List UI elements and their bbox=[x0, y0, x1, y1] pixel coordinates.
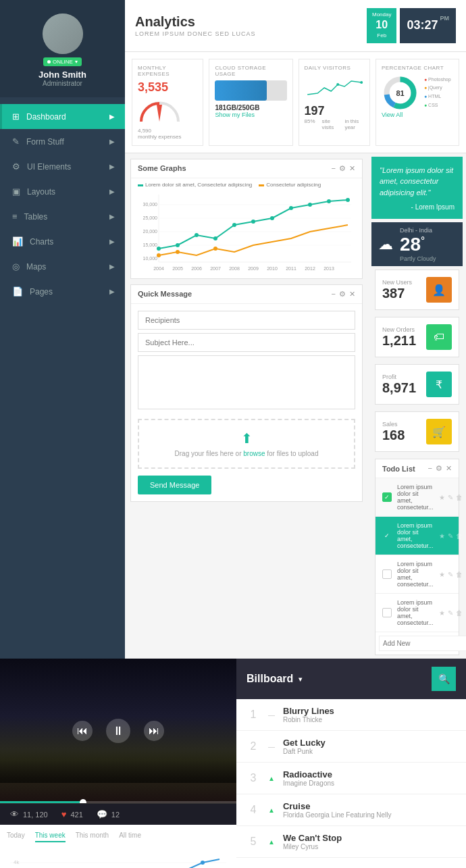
edit-icon-3[interactable]: ✎ bbox=[448, 571, 453, 578]
track-num-5: 5 bbox=[247, 836, 260, 848]
msg-close-icon[interactable]: ✕ bbox=[349, 290, 355, 299]
track-trend-1: — bbox=[268, 711, 275, 719]
delete-icon[interactable]: 🗑 bbox=[456, 494, 463, 501]
likes-stat: ♥ 421 bbox=[61, 809, 83, 819]
delete-icon-2[interactable]: 🗑 bbox=[456, 532, 463, 540]
track-info-5: We Can't Stop Miley Cyrus bbox=[283, 833, 342, 850]
track-info-4: Cruise Florida Georgia Line Featuring Ne… bbox=[283, 801, 392, 819]
send-message-button[interactable]: Send Message bbox=[138, 476, 211, 494]
msg-settings-icon[interactable]: ⚙ bbox=[339, 290, 346, 299]
todo-checkbox-4[interactable] bbox=[382, 608, 392, 617]
star-icon[interactable]: ★ bbox=[439, 494, 445, 501]
edit-icon[interactable]: ✎ bbox=[448, 494, 453, 501]
sidebar-item-layouts[interactable]: ▣ Layouts ▶ bbox=[0, 179, 125, 204]
tab-thismonth[interactable]: This month bbox=[76, 832, 109, 842]
recipients-input[interactable] bbox=[138, 311, 355, 330]
sales-info: Sales 168 bbox=[382, 421, 405, 443]
tab-today[interactable]: Today bbox=[7, 832, 25, 842]
new-users-value: 387 bbox=[382, 286, 412, 301]
sidebar-item-charts[interactable]: 📊 Charts ▶ bbox=[0, 229, 125, 254]
uielements-icon: ⚙ bbox=[12, 161, 20, 172]
svg-point-20 bbox=[289, 206, 293, 210]
nav-arrow: ▶ bbox=[109, 113, 115, 120]
cloud-link[interactable]: Show my Files bbox=[215, 111, 286, 118]
new-users-label: New Users bbox=[382, 279, 412, 286]
sidebar-item-formstuff[interactable]: ✎ Form Stuff ▶ bbox=[0, 129, 125, 154]
message-body: ⬆ Drag your files here or browse for fil… bbox=[131, 304, 362, 501]
svg-point-17 bbox=[232, 223, 236, 227]
msg-minimize-icon[interactable]: − bbox=[332, 290, 336, 299]
delete-icon-3[interactable]: 🗑 bbox=[456, 571, 463, 578]
track-item-5: 5 ▲ We Can't Stop Miley Cyrus bbox=[236, 826, 466, 858]
page-title: Analytics bbox=[135, 14, 256, 30]
cloud-storage-card: CLOUD STORAGE USAGE 181GB/250GB Show my … bbox=[209, 59, 292, 146]
music-left-panel: ⏮ ⏸ ⏭ 👁 11, 120 ♥ 421 💬 bbox=[0, 659, 236, 868]
svg-text:20,000: 20,000 bbox=[143, 229, 158, 234]
todo-checkbox-1[interactable]: ✓ bbox=[382, 492, 392, 502]
pct-viewall[interactable]: View All bbox=[382, 111, 453, 118]
todo-controls[interactable]: − ⚙ ✕ bbox=[428, 464, 452, 473]
billboard-title[interactable]: Billboard ▾ bbox=[247, 673, 302, 685]
todo-checkbox-2[interactable]: ✓ bbox=[382, 531, 392, 540]
minimize-icon[interactable]: − bbox=[332, 164, 336, 173]
header-title-area: Analytics LOREM IPSUM DONEC SED LUCAS bbox=[135, 14, 256, 37]
tab-alltime[interactable]: All time bbox=[119, 832, 141, 842]
todo-minimize-icon[interactable]: − bbox=[428, 464, 432, 473]
svg-point-23 bbox=[346, 198, 350, 202]
monthly-expenses-sub: 4,590 monthly expenses bbox=[138, 128, 197, 140]
todo-add-input[interactable] bbox=[379, 636, 466, 651]
svg-text:2005: 2005 bbox=[172, 266, 183, 271]
todo-checkbox-3[interactable] bbox=[382, 569, 392, 579]
sidebar-item-tables[interactable]: ≡ Tables ▶ bbox=[0, 204, 125, 229]
online-badge: ONLINE ▾ bbox=[43, 57, 82, 66]
browse-link[interactable]: browse bbox=[243, 450, 265, 457]
todo-settings-icon[interactable]: ⚙ bbox=[436, 464, 442, 473]
svg-text:4k: 4k bbox=[14, 859, 20, 865]
svg-text:2008: 2008 bbox=[229, 266, 240, 271]
prev-button[interactable]: ⏮ bbox=[72, 721, 93, 741]
profile-name: John Smith bbox=[38, 70, 86, 80]
settings-icon[interactable]: ⚙ bbox=[339, 164, 346, 173]
message-textarea[interactable] bbox=[138, 355, 355, 409]
charts-icon: 📊 bbox=[12, 236, 23, 247]
weather-icon: ☁ bbox=[378, 236, 393, 253]
next-button[interactable]: ⏭ bbox=[144, 721, 164, 741]
stats-row: MONTHLY EXPENSES 3,535 4,590 monthly exp… bbox=[125, 52, 466, 153]
edit-icon-4[interactable]: ✎ bbox=[448, 609, 453, 617]
upload-area: ⬆ Drag your files here or browse for fil… bbox=[138, 419, 355, 469]
visitors-value: 197 bbox=[305, 104, 364, 118]
sidebar: ONLINE ▾ John Smith Administrator ⊞ Dash… bbox=[0, 0, 125, 659]
progress-bar[interactable] bbox=[0, 801, 236, 803]
star-icon-2[interactable]: ★ bbox=[439, 532, 445, 540]
pause-button[interactable]: ⏸ bbox=[106, 719, 130, 743]
subject-input[interactable] bbox=[138, 333, 355, 352]
todo-item-4: Lorem ipsum dolor sit amet, consectetur.… bbox=[376, 594, 459, 632]
track-artist-3: Imagine Dragons bbox=[283, 780, 334, 787]
delete-icon-4[interactable]: 🗑 bbox=[456, 609, 463, 617]
track-info-3: Radioactive Imagine Dragons bbox=[283, 769, 334, 787]
profit-icon: ₹ bbox=[426, 372, 452, 397]
todo-close-icon[interactable]: ✕ bbox=[446, 464, 452, 473]
graph-controls[interactable]: − ⚙ ✕ bbox=[332, 164, 355, 173]
sidebar-item-dashboard[interactable]: ⊞ Dashboard ▶ bbox=[0, 104, 125, 129]
sidebar-item-pages[interactable]: 📄 Pages ▶ bbox=[0, 279, 125, 304]
track-name-5: We Can't Stop bbox=[283, 833, 342, 843]
close-icon[interactable]: ✕ bbox=[349, 164, 355, 173]
todo-card: Todo List − ⚙ ✕ ✓ Lorem ipsum dolor sit … bbox=[375, 459, 459, 655]
sidebar-item-maps[interactable]: ◎ Maps ▶ bbox=[0, 254, 125, 279]
star-icon-3[interactable]: ★ bbox=[439, 571, 445, 578]
pct-donut: 81 bbox=[382, 74, 419, 111]
profit-card: Profit 8,971 ₹ bbox=[375, 364, 459, 405]
views-stat: 👁 11, 120 bbox=[10, 809, 48, 819]
edit-icon-2[interactable]: ✎ bbox=[448, 532, 453, 540]
svg-point-25 bbox=[176, 250, 180, 254]
player-controls: ⏮ ⏸ ⏭ bbox=[72, 719, 164, 743]
tab-thisweek[interactable]: This week bbox=[35, 832, 66, 842]
message-controls[interactable]: − ⚙ ✕ bbox=[332, 290, 355, 299]
sidebar-item-uielements[interactable]: ⚙ UI Elements ▶ bbox=[0, 154, 125, 179]
search-button[interactable]: 🔍 bbox=[432, 667, 456, 691]
star-icon-4[interactable]: ★ bbox=[439, 609, 445, 617]
svg-text:25,000: 25,000 bbox=[143, 215, 158, 220]
svg-point-16 bbox=[213, 236, 217, 240]
todo-actions-1: ★ ✎ 🗑 bbox=[439, 494, 463, 501]
